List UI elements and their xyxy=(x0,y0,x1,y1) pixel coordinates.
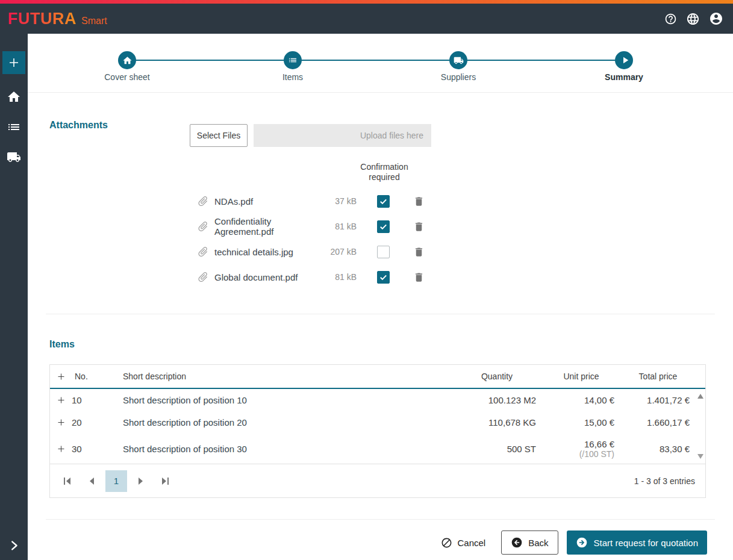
arrow-left-circle-icon xyxy=(511,537,523,549)
checkbox-check-icon xyxy=(379,197,388,206)
next-page-icon[interactable] xyxy=(129,470,151,492)
items-table: No. Short description Quantity Unit pric… xyxy=(49,364,706,498)
file-name: Global document.pdf xyxy=(214,272,329,282)
footer-actions: Cancel Back Start request for quotation xyxy=(28,520,733,555)
paperclip-icon xyxy=(197,195,209,207)
first-page-icon[interactable] xyxy=(57,470,79,492)
step-items[interactable]: Items xyxy=(245,51,341,82)
step-cover-sheet[interactable]: Cover sheet xyxy=(79,51,175,82)
back-label: Back xyxy=(528,538,548,548)
user-icon[interactable] xyxy=(709,11,723,26)
sidebar-home-icon[interactable] xyxy=(7,90,21,104)
trash-icon[interactable] xyxy=(413,221,425,232)
help-icon[interactable] xyxy=(664,13,677,25)
cell-no: 20 xyxy=(72,417,110,428)
items-section: Items xyxy=(28,339,733,350)
step-summary[interactable]: Summary xyxy=(576,51,672,82)
brand-logo: FUTURA Smart xyxy=(8,10,107,28)
file-row: Global document.pdf 81 kB xyxy=(49,264,711,290)
trash-icon[interactable] xyxy=(413,246,425,258)
prev-page-icon[interactable] xyxy=(81,470,103,492)
file-dropzone[interactable]: Upload files here xyxy=(254,124,431,147)
items-table-pager: 1 1 - 3 of 3 entries xyxy=(50,464,705,497)
last-page-icon[interactable] xyxy=(154,470,175,492)
step-suppliers[interactable]: Suppliers xyxy=(410,51,507,82)
confirmation-checkbox[interactable] xyxy=(377,246,390,258)
file-name: Confidentiality Agreement.pdf xyxy=(214,216,329,237)
scroll-down-icon[interactable] xyxy=(697,454,703,459)
file-row: NDAs.pdf 37 kB xyxy=(49,188,711,214)
app-header: FUTURA Smart xyxy=(0,4,733,34)
start-request-for-quotation-button[interactable]: Start request for quotation xyxy=(567,530,707,555)
table-scrollbar[interactable] xyxy=(696,389,705,464)
header-actions xyxy=(664,11,723,26)
file-size: 81 kB xyxy=(329,222,357,231)
expand-row-icon[interactable] xyxy=(50,417,72,428)
trash-icon[interactable] xyxy=(413,196,425,207)
column-header-short-description[interactable]: Short description xyxy=(110,372,452,381)
brand-suffix: Smart xyxy=(81,16,107,26)
column-header-unit-price[interactable]: Unit price xyxy=(542,372,620,381)
table-row: 10 Short description of position 10 100.… xyxy=(50,389,696,411)
cancel-button[interactable]: Cancel xyxy=(441,537,486,549)
file-size: 37 kB xyxy=(329,196,357,206)
attachments-title: Attachments xyxy=(49,120,190,131)
new-request-button[interactable] xyxy=(2,51,25,74)
confirmation-checkbox[interactable] xyxy=(377,195,390,208)
cell-no: 10 xyxy=(72,395,110,405)
truck-icon xyxy=(449,51,467,69)
cancel-label: Cancel xyxy=(458,538,486,548)
ban-icon xyxy=(441,537,452,549)
cell-quantity: 100.123 M2 xyxy=(452,395,542,405)
file-size: 81 kB xyxy=(329,272,357,282)
confirmation-checkbox[interactable] xyxy=(377,271,390,284)
cell-no: 30 xyxy=(72,444,110,454)
attachments-section: Attachments Select Files Upload files he… xyxy=(28,119,733,290)
file-row: Confidentiality Agreement.pdf 81 kB xyxy=(49,214,711,239)
chevron-right-icon[interactable] xyxy=(0,539,28,552)
column-header-quantity[interactable]: Quantity xyxy=(452,372,542,381)
cell-total-price: 1.401,72 € xyxy=(620,395,696,405)
dropzone-placeholder: Upload files here xyxy=(360,131,423,140)
paperclip-icon xyxy=(197,271,209,283)
items-title: Items xyxy=(49,339,711,350)
globe-icon[interactable] xyxy=(686,12,700,26)
cell-unit-price: 16,66 € (/100 ST) xyxy=(542,439,620,459)
file-name: NDAs.pdf xyxy=(214,196,329,207)
cell-unit-price: 15,00 € xyxy=(542,417,620,428)
attachment-file-list: NDAs.pdf 37 kB Confidentiality Agreement… xyxy=(49,188,711,290)
trash-icon[interactable] xyxy=(413,272,425,283)
cell-description: Short description of position 10 xyxy=(110,395,452,405)
cell-unit-price: 14,00 € xyxy=(542,395,620,405)
stepper-connector-line xyxy=(127,60,624,61)
items-table-rows: 10 Short description of position 10 100.… xyxy=(50,389,696,464)
list-icon xyxy=(284,51,302,69)
divider xyxy=(28,92,733,93)
pager-summary: 1 - 3 of 3 entries xyxy=(634,476,699,486)
column-header-total-price[interactable]: Total price xyxy=(620,372,696,381)
confirmation-checkbox[interactable] xyxy=(377,220,390,233)
select-files-button[interactable]: Select Files xyxy=(190,124,248,147)
expand-plus-icon[interactable] xyxy=(50,372,72,382)
cell-total-price: 1.660,17 € xyxy=(620,417,696,428)
column-header-no[interactable]: No. xyxy=(72,372,110,381)
cell-description: Short description of position 20 xyxy=(110,417,452,428)
checkbox-check-icon xyxy=(379,222,388,231)
back-button[interactable]: Back xyxy=(501,530,558,555)
scroll-up-icon[interactable] xyxy=(697,394,703,399)
sidebar-list-icon[interactable] xyxy=(7,120,21,134)
expand-row-icon[interactable] xyxy=(50,395,72,405)
expand-row-icon[interactable] xyxy=(50,444,72,454)
main-content: Cover sheet Items Suppliers Summary xyxy=(28,34,733,560)
table-row: 20 Short description of position 20 110,… xyxy=(50,411,696,434)
step-label: Cover sheet xyxy=(79,72,175,82)
table-row: 30 Short description of position 30 500 … xyxy=(50,434,696,464)
stepper: Cover sheet Items Suppliers Summary xyxy=(28,51,733,82)
sidebar-truck-icon[interactable] xyxy=(7,150,21,164)
step-label: Suppliers xyxy=(410,72,507,82)
brand-name: FUTURA xyxy=(8,10,76,28)
page-number-current[interactable]: 1 xyxy=(105,470,127,492)
items-table-header: No. Short description Quantity Unit pric… xyxy=(50,365,705,389)
cell-quantity: 110,678 KG xyxy=(452,417,542,428)
home-icon xyxy=(118,51,136,69)
